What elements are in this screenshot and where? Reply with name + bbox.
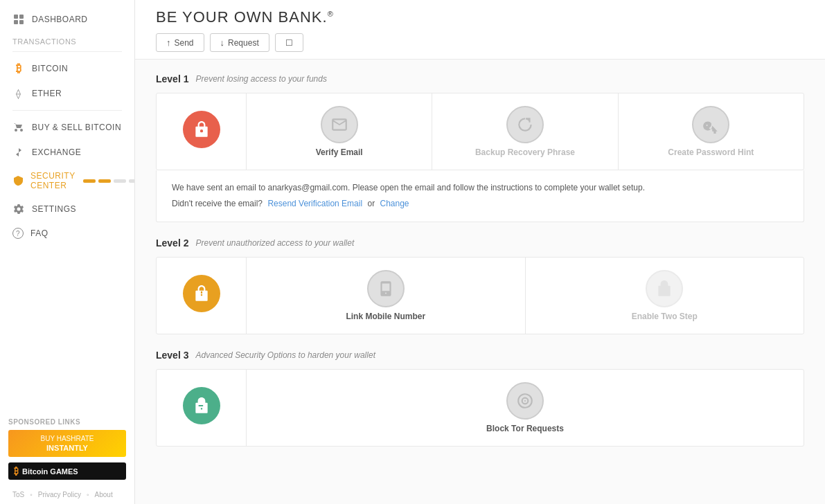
- sidebar-item-faq[interactable]: ? FAQ: [0, 222, 134, 245]
- footer-dot2: ◦: [87, 491, 89, 498]
- level2-label: Level 2: [156, 237, 188, 249]
- security-icon: [12, 174, 24, 187]
- dashboard-icon: [12, 13, 25, 26]
- security-progress-bar: [83, 179, 135, 183]
- bar-seg-1: [83, 179, 96, 183]
- sidebar-item-buy-sell[interactable]: Buy & Sell Bitcoin: [0, 115, 134, 140]
- ad-hashrate[interactable]: BUY HASHRATE INSTANTLY: [8, 430, 126, 457]
- email-icon-wrap: [321, 106, 358, 143]
- two-step-card[interactable]: Enable Two Step: [526, 258, 804, 334]
- tor-icon-wrap: [506, 382, 544, 420]
- bitcoin-icon: ₿: [12, 62, 25, 75]
- level1-resend-line: Didn't receive the email? Resend Verific…: [172, 197, 788, 210]
- bar-seg-2: [98, 179, 111, 183]
- security-content: Level 1 Prevent losing access to your fu…: [135, 60, 825, 476]
- sidebar-item-buy-sell-label: Buy & Sell Bitcoin: [32, 123, 121, 132]
- ad-bitcoin[interactable]: ₿ Bitcoin GAMES: [8, 462, 126, 480]
- backup-card[interactable]: Backup Recovery Phrase: [432, 93, 618, 170]
- main-header: BE YOUR OWN BANK.® ↑ Send ↓ Request ☐: [135, 0, 825, 60]
- mobile-icon: [377, 280, 395, 298]
- resend-verification-link[interactable]: Resend Verification Email: [267, 199, 362, 208]
- level2-section: Level 2 Prevent unauthorized access to y…: [156, 237, 804, 334]
- footer-privacy[interactable]: Privacy Policy: [38, 491, 81, 498]
- level1-desc: Prevent losing access to your funds: [195, 74, 326, 84]
- sidebar-item-settings[interactable]: Settings: [0, 197, 134, 222]
- level1-label: Level 1: [156, 73, 188, 84]
- level1-section: Level 1 Prevent losing access to your fu…: [156, 73, 804, 222]
- password-hint-label: Create Password Hint: [668, 147, 754, 157]
- footer-tos[interactable]: ToS: [12, 491, 24, 498]
- verify-email-card[interactable]: Verify Email: [247, 93, 432, 170]
- tor-icon: [516, 392, 534, 410]
- svg-point-5: [20, 129, 23, 132]
- svg-rect-3: [19, 20, 24, 24]
- svg-rect-0: [14, 15, 18, 19]
- svg-point-4: [15, 129, 17, 132]
- level1-info-box: We have sent an email to anarkyas@gmail.…: [156, 170, 804, 222]
- lock-icon: [193, 120, 211, 138]
- two-step-icon: [655, 280, 673, 298]
- faq-icon: ?: [12, 228, 24, 239]
- footer-about[interactable]: About: [95, 491, 113, 498]
- email-icon: [330, 116, 348, 134]
- level2-completed-card[interactable]: [157, 258, 247, 334]
- level3-header: Level 3 Advanced Security Options to har…: [156, 350, 804, 361]
- block-tor-card[interactable]: Block Tor Requests: [247, 370, 804, 446]
- level3-label: Level 3: [156, 350, 188, 361]
- sponsored-section: Sponsored Links BUY HASHRATE INSTANTLY ₿…: [0, 411, 134, 485]
- level2-cards: Link Mobile Number Enable Two Step: [156, 257, 804, 334]
- level2-desc: Prevent unauthorized access to your wall…: [195, 238, 354, 248]
- ad-hashrate-line2: INSTANTLY: [14, 443, 121, 453]
- backup-icon: [516, 116, 534, 134]
- footer-dot1: ◦: [30, 491, 33, 498]
- sidebar-item-security[interactable]: Security Center: [0, 165, 134, 197]
- level2-header: Level 2 Prevent unauthorized access to y…: [156, 237, 804, 249]
- level1-cards: Verify Email Backup Recovery Phrase Crea…: [156, 93, 804, 170]
- exchange-icon: [12, 146, 25, 159]
- sidebar-item-dashboard-label: Dashboard: [32, 15, 88, 24]
- link-mobile-card[interactable]: Link Mobile Number: [247, 258, 526, 334]
- key-icon-wrap: [692, 106, 729, 143]
- sidebar-item-ether[interactable]: ⟠ Ether: [0, 81, 134, 106]
- divider-2: [12, 110, 122, 111]
- link-mobile-label: Link Mobile Number: [346, 312, 425, 321]
- request-icon: ↓: [220, 37, 225, 48]
- sponsored-label: Sponsored Links: [0, 411, 134, 430]
- ad-bitcoin-text: Bitcoin GAMES: [22, 467, 78, 476]
- two-step-icon-wrap: [646, 270, 683, 307]
- archive-button[interactable]: ☐: [275, 33, 303, 52]
- two-step-label: Enable Two Step: [632, 312, 698, 321]
- archive-icon: ☐: [285, 38, 293, 48]
- block-tor-label: Block Tor Requests: [486, 424, 564, 433]
- sidebar-item-faq-label: FAQ: [30, 228, 48, 238]
- level3-section: Level 3 Advanced Security Options to har…: [156, 350, 804, 447]
- page-title: BE YOUR OWN BANK.®: [156, 8, 804, 26]
- lock-icon-wrap: [183, 111, 220, 148]
- sidebar-item-dashboard[interactable]: Dashboard: [0, 7, 134, 32]
- send-icon: ↑: [166, 37, 171, 48]
- level3-completed-card[interactable]: [157, 370, 247, 446]
- change-email-link[interactable]: Change: [380, 199, 409, 208]
- sidebar-item-ether-label: Ether: [32, 89, 62, 98]
- key-icon: [702, 116, 720, 134]
- request-button[interactable]: ↓ Request: [210, 33, 269, 52]
- settings-icon: [12, 203, 25, 215]
- ether-icon: ⟠: [12, 87, 25, 100]
- green-lock-icon-wrap: [183, 387, 220, 424]
- divider-transactions: [12, 51, 122, 52]
- ad-hashrate-line1: BUY HASHRATE: [14, 434, 121, 443]
- sidebar-item-exchange[interactable]: Exchange: [0, 140, 134, 165]
- sidebar-nav: Dashboard Transactions ₿ Bitcoin ⟠ Ether…: [0, 0, 134, 411]
- orange-lock-icon: [193, 285, 211, 303]
- sidebar-item-bitcoin-label: Bitcoin: [32, 64, 68, 73]
- level1-completed-card[interactable]: [157, 93, 247, 170]
- sidebar-footer: ToS ◦ Privacy Policy ◦ About: [0, 485, 134, 504]
- level3-cards: Block Tor Requests: [156, 369, 804, 447]
- send-button[interactable]: ↑ Send: [156, 33, 204, 52]
- header-actions: ↑ Send ↓ Request ☐: [156, 33, 804, 52]
- orange-lock-icon-wrap: [183, 275, 220, 312]
- sidebar: Dashboard Transactions ₿ Bitcoin ⟠ Ether…: [0, 0, 135, 504]
- password-hint-card[interactable]: Create Password Hint: [619, 93, 804, 170]
- sidebar-item-exchange-label: Exchange: [32, 147, 81, 157]
- sidebar-item-bitcoin[interactable]: ₿ Bitcoin: [0, 56, 134, 81]
